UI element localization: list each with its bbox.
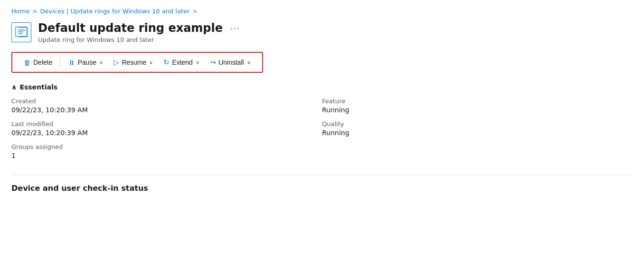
quality-label: Quality (322, 120, 633, 128)
more-options-button[interactable]: ··· (227, 22, 243, 34)
feature-label: Feature (322, 98, 633, 105)
page-icon (11, 22, 31, 42)
essentials-section: ∧ Essentials Created 09/22/23, 10:20:39 … (11, 83, 633, 166)
breadcrumb-home[interactable]: Home (11, 8, 29, 15)
essentials-grid: Created 09/22/23, 10:20:39 AM Last modif… (11, 98, 633, 166)
breadcrumb: Home > Devices | Update rings for Window… (11, 8, 633, 15)
resume-label: Resume (122, 59, 146, 66)
breadcrumb-sep1: > (32, 8, 37, 15)
page-subtitle: Update ring for Windows 10 and later (38, 36, 243, 43)
uninstall-button[interactable]: ↩ Uninstall ∨ (205, 56, 256, 69)
delete-icon: 🗑 (24, 59, 31, 67)
delete-button[interactable]: 🗑 Delete (19, 56, 57, 69)
breadcrumb-sep2: > (192, 8, 197, 15)
resume-dropdown-arrow: ∨ (149, 59, 153, 66)
svg-rect-4 (16, 27, 19, 37)
essentials-title: Essentials (19, 83, 57, 91)
page-title: Default update ring example (38, 21, 223, 35)
essentials-collapse-icon: ∧ (11, 83, 17, 91)
groups-assigned-item: Groups assigned 1 (11, 143, 322, 166)
pause-icon: ⏸ (68, 59, 75, 67)
groups-assigned-label: Groups assigned (11, 143, 322, 150)
breadcrumb-devices[interactable]: Devices | Update rings for Windows 10 an… (40, 8, 189, 15)
last-modified-value: 09/22/23, 10:20:39 AM (11, 129, 322, 137)
last-modified-label: Last modified (11, 120, 322, 128)
page-header: Default update ring example ··· Update r… (11, 21, 633, 43)
page-title-row: Default update ring example ··· (38, 21, 243, 35)
created-value: 09/22/23, 10:20:39 AM (11, 106, 322, 114)
pause-dropdown-arrow: ∨ (99, 59, 103, 66)
uninstall-label: Uninstall (218, 59, 244, 66)
quality-item: Quality Running (322, 120, 633, 143)
essentials-header[interactable]: ∧ Essentials (11, 83, 633, 91)
essentials-divider (11, 175, 633, 175)
pause-button[interactable]: ⏸ Pause ∨ (63, 56, 108, 69)
resume-icon: ▷ (114, 58, 119, 67)
resume-button[interactable]: ▷ Resume ∨ (109, 56, 158, 69)
feature-item: Feature Running (322, 98, 633, 120)
extend-label: Extend (172, 59, 193, 66)
extend-dropdown-arrow: ∨ (196, 59, 199, 66)
groups-assigned-value: 1 (11, 152, 322, 159)
toolbar-separator-1 (60, 57, 60, 68)
pause-label: Pause (77, 59, 96, 66)
extend-icon: ↻ (163, 58, 170, 67)
device-checkin-title: Device and user check-in status (11, 184, 633, 193)
feature-value: Running (322, 106, 633, 114)
delete-label: Delete (33, 59, 52, 66)
created-item: Created 09/22/23, 10:20:39 AM (11, 98, 322, 120)
uninstall-dropdown-arrow: ∨ (247, 59, 251, 66)
page-title-block: Default update ring example ··· Update r… (38, 21, 243, 43)
created-label: Created (11, 98, 322, 105)
uninstall-icon: ↩ (210, 58, 216, 67)
quality-value: Running (322, 129, 633, 137)
extend-button[interactable]: ↻ Extend ∨ (159, 56, 204, 69)
toolbar: 🗑 Delete ⏸ Pause ∨ ▷ Resume ∨ ↻ Extend ∨… (11, 52, 263, 73)
last-modified-item: Last modified 09/22/23, 10:20:39 AM (11, 120, 322, 143)
